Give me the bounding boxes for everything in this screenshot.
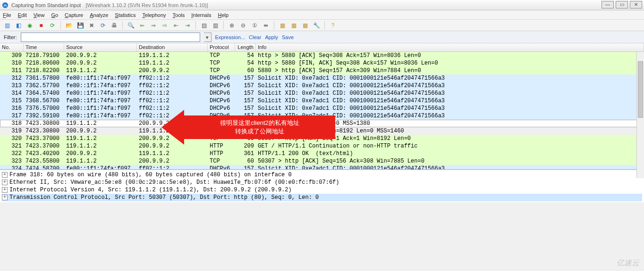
minimize-button[interactable]: — xyxy=(602,1,614,8)
go-back-icon[interactable]: ⇐ xyxy=(138,21,146,30)
resize-columns-icon[interactable]: ⇹ xyxy=(262,21,270,30)
expand-icon[interactable]: + xyxy=(2,180,8,185)
menu-edit[interactable]: Edit xyxy=(18,12,27,18)
coloring-rules-icon[interactable]: ▦ xyxy=(301,21,309,30)
go-forward-icon[interactable]: ⇒ xyxy=(149,21,158,30)
cell-src: 119.1.1.2 xyxy=(64,120,137,127)
packet-row[interactable]: 3137362.57700fe80::1f1:74fa:f097ff02::1:… xyxy=(0,82,644,90)
packet-row[interactable]: 3207423.37000119.1.1.2200.9.9.2TCP605030… xyxy=(0,135,644,142)
cell-dst: ff02::1:2 xyxy=(137,165,208,170)
column-proto[interactable]: Protocol xyxy=(208,43,235,51)
cell-len: 157 xyxy=(235,97,256,105)
filter-dropdown-icon[interactable]: ▾ xyxy=(204,33,212,42)
go-last-icon[interactable]: ⇥ xyxy=(183,21,192,30)
menu-help[interactable]: Help xyxy=(218,12,229,18)
expression-link[interactable]: Expression... xyxy=(215,34,246,40)
clear-link[interactable]: Clear xyxy=(249,34,261,40)
menu-statistics[interactable]: Statistics xyxy=(115,12,136,18)
cell-src: 200.9.9.2 xyxy=(64,150,137,157)
column-source[interactable]: Source xyxy=(64,43,137,51)
reload-icon[interactable]: ⟳ xyxy=(99,21,107,30)
menu-go[interactable]: Go xyxy=(51,12,58,18)
save-link[interactable]: Save xyxy=(282,34,294,40)
close-file-icon[interactable]: ✖ xyxy=(87,21,96,30)
cell-src: 119.1.1.2 xyxy=(64,142,137,150)
interfaces-icon[interactable]: ▥ xyxy=(3,21,11,30)
zoom-out-icon[interactable]: ⊖ xyxy=(239,21,247,30)
cell-no: 317 xyxy=(0,112,24,120)
cell-len: 60 xyxy=(235,157,256,165)
cell-src: fe80::1f1:74fa:f097 xyxy=(64,90,137,97)
detail-line[interactable]: +Transmission Control Protocol, Src Port… xyxy=(2,194,642,201)
help-icon[interactable]: ? xyxy=(329,21,337,30)
column-info[interactable]: Info xyxy=(256,43,644,51)
menu-view[interactable]: View xyxy=(34,12,45,18)
find-icon[interactable]: 🔍 xyxy=(127,21,135,30)
cell-len: 157 xyxy=(235,90,256,97)
close-button[interactable]: ✕ xyxy=(630,1,642,8)
go-first-icon[interactable]: ⇤ xyxy=(172,21,180,30)
toolbar-separator xyxy=(60,21,61,30)
detail-line[interactable]: +Frame 318: 60 bytes on wire (480 bits),… xyxy=(2,171,642,179)
cell-time: 7218.80600 xyxy=(24,59,64,67)
apply-link[interactable]: Apply xyxy=(265,34,278,40)
filter-bar: Filter: ▾ Expression... Clear Apply Save xyxy=(0,31,644,43)
auto-scroll-icon[interactable]: ▥ xyxy=(211,21,220,30)
column-time[interactable]: Time xyxy=(24,43,64,51)
column-dest[interactable]: Destination xyxy=(137,43,208,51)
packet-row[interactable]: 3127361.57800fe80::1f1:74fa:f097ff02::1:… xyxy=(0,74,644,82)
column-no[interactable]: No. xyxy=(0,43,24,51)
detail-line[interactable]: +Ethernet II, Src: Vmware_ac:5e:e8 (00:0… xyxy=(2,179,642,186)
cell-time: 7364.57400 xyxy=(24,90,64,97)
detail-line[interactable]: +Internet Protocol Version 4, Src: 119.1… xyxy=(2,186,642,194)
cell-dst: 119.1.1.2 xyxy=(137,59,208,67)
packet-row[interactable]: 3147364.57400fe80::1f1:74fa:f097ff02::1:… xyxy=(0,90,644,97)
save-file-icon[interactable]: 💾 xyxy=(76,21,85,30)
capture-filters-icon[interactable]: ▦ xyxy=(278,21,287,30)
maximize-button[interactable]: ▭ xyxy=(616,1,628,8)
toolbar-separator xyxy=(122,21,123,30)
stop-capture-icon[interactable]: ■ xyxy=(37,21,45,30)
expand-icon[interactable]: + xyxy=(2,172,8,178)
menu-analyze[interactable]: Analyze xyxy=(90,12,108,18)
packet-row[interactable]: 3117218.82200119.1.1.2200.9.9.2TCP605880… xyxy=(0,67,644,74)
expand-icon[interactable]: + xyxy=(2,187,8,193)
open-file-icon[interactable]: 📂 xyxy=(65,21,73,30)
packet-row[interactable]: 3097218.79100200.9.9.2119.1.1.2TCP54http… xyxy=(0,52,644,59)
start-capture-icon[interactable]: ◉ xyxy=(25,21,34,30)
print-icon[interactable]: 🖶 xyxy=(110,21,119,30)
packet-row[interactable]: 3187423.30800119.1.1.2200.9.9.2YN] Seq=0… xyxy=(0,120,644,127)
menu-tools[interactable]: Tools xyxy=(173,12,185,18)
packet-row[interactable]: 3167376.57000fe80::1f1:74fa:f097ff02::1:… xyxy=(0,105,644,112)
packet-row[interactable]: 3157368.56700fe80::1f1:74fa:f097ff02::1:… xyxy=(0,97,644,105)
menu-file[interactable]: File xyxy=(3,12,11,18)
restart-capture-icon[interactable]: ⟳ xyxy=(48,21,57,30)
cell-dst: ff02::1:2 xyxy=(137,82,208,90)
go-to-icon[interactable]: ⇨ xyxy=(161,21,169,30)
menu-capture[interactable]: Capture xyxy=(65,12,83,18)
packet-row[interactable]: 3237423.55800119.1.1.2200.9.9.2TCP605030… xyxy=(0,157,644,165)
preferences-icon[interactable]: 🔧 xyxy=(312,21,321,30)
packet-row[interactable]: 3177392.59100fe80::1f1:74fa:f097ff02::1:… xyxy=(0,112,644,120)
column-length[interactable]: Length xyxy=(235,43,256,51)
packet-row[interactable]: 3217423.37000119.1.1.2200.9.9.2HTTP209GE… xyxy=(0,142,644,150)
zoom-in-icon[interactable]: ⊕ xyxy=(228,21,236,30)
packet-row[interactable]: 3107218.80600200.9.9.2119.1.1.2TCP54http… xyxy=(0,59,644,67)
colorize-icon[interactable]: ▤ xyxy=(200,21,208,30)
cell-dst: ff02::1:2 xyxy=(137,105,208,112)
filter-input[interactable] xyxy=(21,33,200,42)
scrollbar-thumb[interactable] xyxy=(638,61,643,118)
packet-row[interactable]: 3247424.58700fe80::1f1:74fa:f097ff02::1:… xyxy=(0,165,644,170)
options-icon[interactable]: ◧ xyxy=(14,21,23,30)
cell-len: 54 xyxy=(235,59,256,67)
cell-proto: DHCPv6 xyxy=(208,165,235,170)
zoom-reset-icon[interactable]: ① xyxy=(250,21,259,30)
menu-internals[interactable]: Internals xyxy=(191,12,211,18)
packet-row[interactable]: 3227423.40200200.9.9.2119.1.1.2HTTP361HT… xyxy=(0,150,644,157)
expand-icon[interactable]: + xyxy=(2,195,8,200)
packet-row[interactable]: 3197423.30800200.9.9.2119.1.1.2N, ACK] S… xyxy=(0,127,644,135)
vertical-scrollbar[interactable] xyxy=(636,52,644,178)
display-filters-icon[interactable]: ▦ xyxy=(289,21,298,30)
menu-telephony[interactable]: Telephony xyxy=(142,12,166,18)
cell-src: fe80::1f1:74fa:f097 xyxy=(64,82,137,90)
